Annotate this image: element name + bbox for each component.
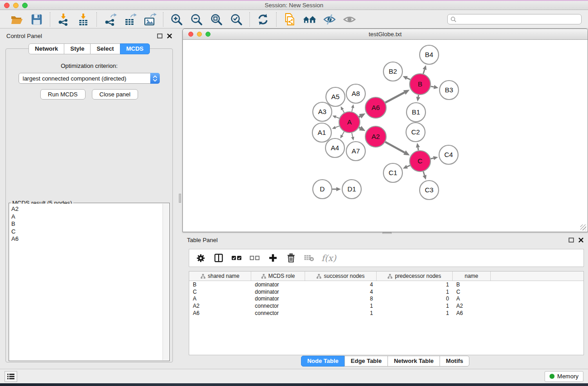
cell-successor-nodes[interactable]: 1	[305, 302, 377, 310]
zoom-fit-button[interactable]	[208, 12, 225, 27]
delete-table-button[interactable]	[303, 252, 315, 264]
cell-successor-nodes[interactable]: 8	[305, 295, 377, 303]
cell-name[interactable]: A6	[453, 310, 491, 317]
table-row[interactable]: Adominator80A	[189, 295, 583, 303]
tab-edge-table[interactable]: Edge Table	[344, 356, 388, 367]
task-history-button[interactable]	[5, 371, 17, 382]
cell-predecessor-nodes[interactable]: 1	[377, 288, 453, 295]
vertical-divider-handle[interactable]	[179, 194, 181, 203]
zoom-selected-button[interactable]	[228, 12, 245, 27]
column-header-name[interactable]: name	[453, 272, 491, 281]
edge-A2-C[interactable]	[385, 142, 405, 153]
edge-C-C4[interactable]	[430, 158, 433, 158]
network-home-button[interactable]	[301, 12, 318, 27]
import-table-button[interactable]	[75, 12, 92, 27]
edge-B-B1[interactable]	[418, 95, 419, 97]
cell-name[interactable]: B	[453, 281, 491, 288]
show-graphics-details-button[interactable]	[341, 12, 358, 27]
hide-graphics-details-button[interactable]	[321, 12, 338, 27]
cell-name[interactable]: A	[453, 295, 491, 303]
save-session-button[interactable]	[28, 12, 45, 27]
search-input[interactable]	[459, 16, 578, 23]
float-table-panel-icon[interactable]	[569, 238, 574, 243]
edge-A-A8[interactable]	[352, 108, 353, 111]
column-header-shared-name[interactable]: shared name	[189, 272, 251, 281]
cell-shared-name[interactable]: A6	[189, 310, 251, 317]
cell-predecessor-nodes[interactable]: 1	[377, 302, 453, 310]
table-row[interactable]: Bdominator41B	[189, 281, 583, 288]
cell-predecessor-nodes[interactable]: 1	[377, 310, 453, 317]
tab-mcds[interactable]: MCDS	[120, 43, 150, 54]
tab-motifs[interactable]: Motifs	[440, 356, 469, 367]
cell-name[interactable]: A2	[453, 302, 491, 310]
search-field[interactable]	[447, 14, 582, 24]
cell-shared-name[interactable]: A	[189, 295, 251, 303]
cell-successor-nodes[interactable]: 1	[305, 310, 377, 317]
import-network-button[interactable]	[55, 12, 72, 27]
cell-name[interactable]: C	[453, 288, 491, 295]
edge-A-A4[interactable]	[342, 132, 344, 135]
cell-successor-nodes[interactable]: 4	[305, 281, 377, 288]
edge-A-A2[interactable]	[359, 128, 360, 129]
edge-A6-B[interactable]	[385, 92, 404, 102]
cell-MCDS-role[interactable]: connector	[251, 302, 305, 310]
float-panel-icon[interactable]	[157, 33, 163, 38]
resize-grip-icon[interactable]	[580, 224, 586, 230]
cell-MCDS-role[interactable]: dominator	[251, 295, 305, 303]
zoom-in-button[interactable]	[168, 12, 185, 27]
edge-C-C2[interactable]	[418, 148, 418, 151]
deselect-all-button[interactable]	[249, 252, 261, 264]
cell-MCDS-role[interactable]: dominator	[251, 281, 305, 288]
edge-B-B3[interactable]	[431, 86, 434, 87]
cell-shared-name[interactable]: A2	[189, 302, 251, 310]
cell-predecessor-nodes[interactable]: 0	[377, 295, 453, 303]
edge-A-A6[interactable]	[359, 116, 360, 117]
refresh-view-button[interactable]	[254, 12, 272, 27]
export-network-button[interactable]	[101, 12, 119, 27]
close-panel-button[interactable]: Close panel	[92, 89, 139, 100]
add-row-button[interactable]	[267, 252, 279, 264]
edge-B-B4[interactable]	[423, 69, 425, 74]
tab-node-table[interactable]: Node Table	[301, 356, 345, 367]
close-table-panel-icon[interactable]	[578, 238, 583, 243]
column-header-successor-nodes[interactable]: successor nodes	[305, 272, 377, 281]
table-row[interactable]: Cdominator41C	[189, 288, 583, 295]
edge-A-A7[interactable]	[352, 133, 353, 137]
edge-B-B2[interactable]	[407, 78, 410, 79]
run-mcds-button[interactable]: Run MCDS	[40, 89, 86, 100]
cell-predecessor-nodes[interactable]: 1	[377, 281, 453, 288]
table-settings-button[interactable]	[195, 252, 206, 264]
table-row[interactable]: A6connector11A6	[189, 310, 583, 317]
criterion-dropdown[interactable]: largest connected component (directed)	[19, 73, 160, 84]
edge-C-C1[interactable]	[407, 166, 410, 167]
cell-MCDS-role[interactable]: dominator	[251, 288, 305, 295]
open-session-button[interactable]	[8, 12, 25, 27]
table-row[interactable]: A2connector11A2	[189, 302, 583, 310]
tab-select[interactable]: Select	[90, 43, 120, 54]
result-item[interactable]: A6	[11, 235, 161, 243]
function-builder-button[interactable]: f(x)	[321, 252, 336, 264]
tab-network[interactable]: Network	[29, 43, 64, 54]
memory-button[interactable]: Memory	[545, 371, 583, 382]
node-table[interactable]: shared nameMCDS rolesuccessor nodesprede…	[189, 271, 584, 355]
column-header-MCDS-role[interactable]: MCDS role	[251, 272, 305, 281]
copy-network-style-button[interactable]	[281, 12, 298, 27]
network-canvas[interactable]: B4B2BB3A8A5A6B1A3AC2A1A2A4A7C4CC1DD1C3	[184, 40, 587, 231]
result-item[interactable]: A	[11, 213, 161, 221]
tab-network-table[interactable]: Network Table	[387, 356, 440, 367]
result-item[interactable]: C	[11, 228, 161, 236]
close-panel-icon[interactable]	[167, 33, 172, 38]
edge-C-C3[interactable]	[423, 172, 425, 176]
delete-row-button[interactable]	[285, 252, 297, 264]
edge-A-A3[interactable]	[336, 117, 339, 118]
zoom-out-button[interactable]	[188, 12, 205, 27]
show-column-button[interactable]	[213, 252, 225, 264]
column-header-predecessor-nodes[interactable]: predecessor nodes	[377, 272, 453, 281]
tab-style[interactable]: Style	[64, 43, 91, 54]
edge-A-A5[interactable]	[342, 110, 344, 113]
result-item[interactable]: A2	[11, 205, 161, 213]
select-all-button[interactable]	[231, 252, 243, 264]
mcds-result-list[interactable]: A2ABCA6	[10, 204, 163, 360]
cell-shared-name[interactable]: C	[189, 288, 251, 295]
edge-A-A1[interactable]	[335, 126, 339, 127]
